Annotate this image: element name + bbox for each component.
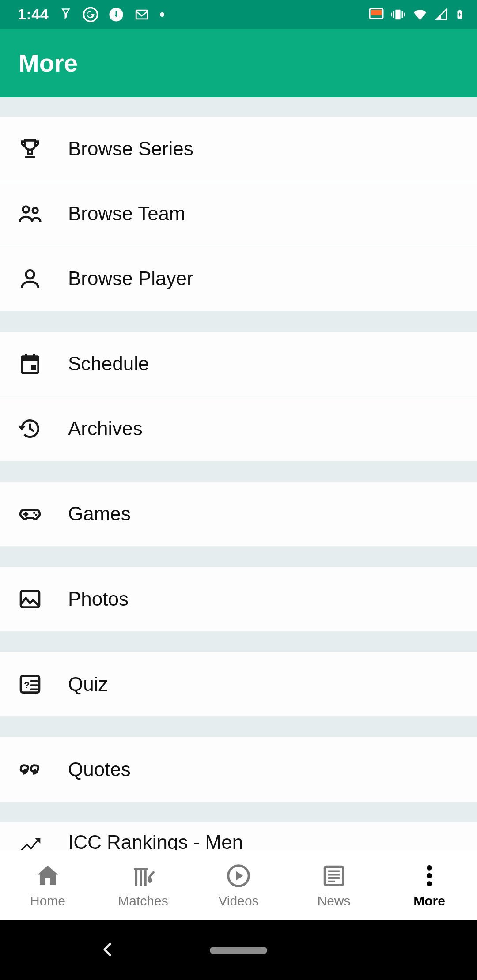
tab-news[interactable]: News: [286, 850, 382, 920]
tab-videos[interactable]: Videos: [191, 850, 286, 920]
row-label: Games: [68, 503, 131, 525]
tab-label: Matches: [118, 893, 168, 908]
team-icon: [17, 200, 43, 227]
section-gap: [0, 632, 477, 652]
tab-label: More: [413, 893, 445, 908]
row-label: Quotes: [68, 758, 131, 780]
tab-more[interactable]: More: [382, 850, 477, 920]
row-browse-team[interactable]: Browse Team: [0, 181, 477, 246]
row-label: Schedule: [68, 353, 149, 375]
row-quiz[interactable]: ? Quiz: [0, 652, 477, 717]
svg-rect-17: [25, 354, 27, 358]
notification-dot-icon: [160, 12, 164, 17]
svg-rect-2: [136, 10, 148, 19]
svg-rect-6: [393, 11, 394, 17]
row-quotes[interactable]: Quotes: [0, 737, 477, 802]
row-label: ICC Rankings - Men: [68, 831, 243, 850]
tab-label: Home: [30, 893, 65, 908]
more-vert-icon: [415, 862, 443, 890]
trophy-icon: [17, 136, 43, 162]
row-label: Archives: [68, 418, 143, 440]
section-gap: [0, 461, 477, 482]
signal-icon: [435, 8, 449, 22]
row-browse-series[interactable]: Browse Series: [0, 117, 477, 181]
svg-rect-7: [402, 11, 403, 17]
tab-label: News: [317, 893, 350, 908]
image-icon: [17, 586, 43, 612]
person-icon: [17, 265, 43, 292]
row-photos[interactable]: Photos: [0, 567, 477, 632]
gmail-icon: [134, 7, 149, 22]
svg-rect-8: [391, 12, 392, 16]
svg-point-14: [26, 270, 34, 279]
row-browse-player[interactable]: Browse Player: [0, 246, 477, 311]
status-bar: 1:44: [0, 0, 477, 29]
cricket-icon: [129, 862, 157, 890]
section-gap: [0, 97, 477, 117]
calendar-icon: [17, 351, 43, 377]
tab-label: Videos: [218, 893, 258, 908]
tab-matches[interactable]: Matches: [95, 850, 191, 920]
svg-rect-19: [31, 365, 36, 370]
svg-point-28: [427, 865, 432, 871]
system-home-pill[interactable]: [210, 947, 267, 954]
svg-point-13: [33, 208, 38, 213]
row-games[interactable]: Games: [0, 482, 477, 547]
svg-rect-4: [371, 10, 382, 15]
svg-rect-11: [458, 10, 461, 11]
battery-charging-icon: [455, 7, 465, 22]
svg-point-12: [23, 207, 29, 213]
row-icc-rankings[interactable]: ICC Rankings - Men: [0, 822, 477, 850]
status-clock: 1:44: [18, 6, 49, 23]
gamepad-icon: [17, 501, 43, 527]
svg-point-21: [35, 514, 38, 516]
history-icon: [17, 415, 43, 442]
section-gap: [0, 717, 477, 737]
svg-rect-9: [404, 12, 405, 16]
page-title: More: [19, 49, 78, 77]
svg-point-29: [427, 873, 432, 878]
trending-icon: [17, 831, 43, 850]
row-archives[interactable]: Archives: [0, 396, 477, 461]
svg-rect-5: [395, 9, 400, 19]
app-bar: More: [0, 29, 477, 97]
svg-rect-18: [33, 354, 35, 358]
svg-text:?: ?: [24, 680, 30, 690]
row-label: Quiz: [68, 673, 108, 695]
svg-point-30: [427, 881, 432, 886]
row-schedule[interactable]: Schedule: [0, 332, 477, 396]
home-icon: [34, 862, 62, 890]
quotes-icon: [17, 756, 43, 783]
google-badge-icon: [83, 7, 98, 22]
row-label: Photos: [68, 588, 129, 610]
bottom-tab-bar: Home Matches Videos News More: [0, 850, 477, 920]
row-label: Browse Team: [68, 203, 186, 225]
download-badge-icon: [109, 7, 124, 22]
play-circle-icon: [224, 862, 253, 890]
section-gap: [0, 802, 477, 822]
system-back-button[interactable]: [98, 940, 117, 961]
system-nav-bar: [0, 920, 477, 980]
vibrate-icon: [390, 7, 405, 22]
more-menu-scroll[interactable]: Browse Series Browse Team Browse Player …: [0, 97, 477, 850]
news-icon: [320, 862, 348, 890]
screentime-icon: [59, 8, 72, 21]
row-label: Browse Series: [68, 138, 193, 160]
svg-point-20: [33, 512, 35, 514]
quiz-icon: ?: [17, 671, 43, 697]
svg-rect-16: [22, 357, 38, 361]
row-label: Browse Player: [68, 268, 193, 290]
tab-home[interactable]: Home: [0, 850, 95, 920]
wifi-icon: [412, 6, 428, 23]
section-gap: [0, 311, 477, 332]
cast-icon: [368, 7, 384, 23]
section-gap: [0, 547, 477, 567]
